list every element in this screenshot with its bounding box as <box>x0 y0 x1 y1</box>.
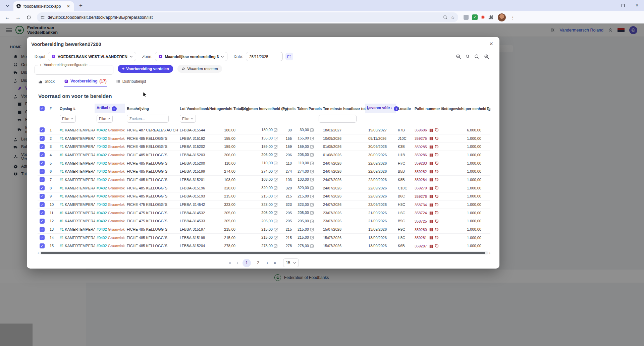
pallet-number-link[interactable]: 359281 <box>415 236 427 240</box>
edit-parcels-icon[interactable] <box>310 128 314 132</box>
column-header-artikel[interactable]: Artikel↑2 <box>95 104 125 113</box>
row-checkbox[interactable]: ✓ <box>40 202 45 207</box>
browser-tab[interactable]: foodbanks-stock-app ✕ <box>13 1 74 11</box>
pallet-number-link[interactable]: 358724 <box>415 211 427 215</box>
barcode-icon[interactable] <box>429 186 433 190</box>
history-icon[interactable] <box>435 227 439 232</box>
date-input[interactable] <box>246 52 283 61</box>
pallet-number-link[interactable]: 359275 <box>415 136 427 140</box>
edit-parcels-icon[interactable] <box>310 194 314 198</box>
back-icon[interactable]: ← <box>3 13 12 22</box>
modal-close-icon[interactable]: ✕ <box>489 42 493 46</box>
pallet-number-link[interactable]: 359279 <box>415 186 427 190</box>
row-checkbox[interactable]: ✓ <box>40 219 45 224</box>
zone-select[interactable]: P Maandelijkse voorbereiding 3 <box>155 52 227 61</box>
edit-quantity-icon[interactable] <box>274 161 278 165</box>
row-checkbox[interactable]: ✓ <box>40 177 45 182</box>
edit-parcels-icon[interactable] <box>310 177 314 182</box>
barcode-icon[interactable] <box>429 170 433 174</box>
artikel-filter-select[interactable]: Elke <box>97 115 113 123</box>
row-checkbox[interactable]: ✓ <box>40 185 45 190</box>
edit-quantity-icon[interactable] <box>274 153 278 157</box>
zoom-page-icon[interactable] <box>443 15 448 20</box>
edit-parcels-icon[interactable] <box>310 219 314 223</box>
lot-filter-select[interactable]: Elke <box>180 115 196 123</box>
next-page-button[interactable]: › <box>265 261 269 265</box>
history-icon[interactable] <box>435 136 439 140</box>
row-checkbox[interactable]: ✓ <box>40 227 45 232</box>
edit-quantity-icon[interactable] <box>274 128 278 132</box>
history-icon[interactable] <box>435 169 439 174</box>
maximize-icon[interactable] <box>616 0 630 11</box>
edit-quantity-icon[interactable] <box>274 186 278 190</box>
edit-quantity-icon[interactable] <box>274 244 278 248</box>
edit-quantity-icon[interactable] <box>274 136 278 140</box>
preparation-config-input[interactable] <box>35 65 113 74</box>
column-header-opslag[interactable]: Opslag⇅ <box>58 104 95 113</box>
record-dot-icon[interactable] <box>481 15 485 19</box>
history-icon[interactable] <box>435 177 439 182</box>
row-checkbox[interactable]: ✓ <box>40 169 45 174</box>
row-checkbox[interactable]: ✓ <box>40 152 45 157</box>
barcode-icon[interactable] <box>429 195 433 198</box>
barcode-icon[interactable] <box>429 228 433 232</box>
row-checkbox[interactable]: ✓ <box>40 243 45 248</box>
row-checkbox[interactable]: ✓ <box>40 210 45 215</box>
prev-page-button[interactable]: ‹ <box>235 261 239 265</box>
barcode-icon[interactable] <box>429 137 433 140</box>
zoom-in-icon[interactable] <box>484 54 489 59</box>
url-bar[interactable]: dev.stock.foodbanksit.be/stock/app/nl-BE… <box>37 12 458 22</box>
edit-parcels-icon[interactable] <box>310 153 314 157</box>
edit-parcels-icon[interactable] <box>310 211 314 215</box>
barcode-icon[interactable] <box>429 145 433 149</box>
tab-stock[interactable]: Stock <box>38 79 55 86</box>
page-1-button[interactable]: 1 <box>243 259 251 267</box>
opslag-filter-select[interactable]: Elke <box>60 115 76 123</box>
preparation-config-field[interactable]: +Voorbereidingsconfiguratie <box>35 65 113 75</box>
calendar-icon[interactable] <box>285 53 293 60</box>
history-icon[interactable] <box>435 203 439 207</box>
barcode-icon[interactable] <box>429 178 433 182</box>
browser-menu-icon[interactable]: ⋮ <box>511 15 515 20</box>
extension-icon[interactable] <box>464 15 469 20</box>
browser-profile-avatar[interactable] <box>498 13 506 21</box>
history-icon[interactable] <box>435 145 439 149</box>
bookmark-star-icon[interactable]: ☆ <box>450 15 455 20</box>
minimize-icon[interactable]: ─ <box>602 0 616 11</box>
scroll-left-icon[interactable]: ‹ <box>38 251 39 255</box>
history-icon[interactable] <box>435 186 439 190</box>
depot-select[interactable]: VOEDSELBANK WEST-VLAANDEREN <box>48 52 136 61</box>
window-close-icon[interactable]: ✕ <box>630 0 644 11</box>
history-icon[interactable] <box>435 194 439 198</box>
edit-quantity-icon[interactable] <box>274 194 278 198</box>
barcode-icon[interactable] <box>429 236 433 240</box>
distribute-preparation-button[interactable]: + Voorbereiding verdelen <box>118 65 173 73</box>
edit-quantity-icon[interactable] <box>274 211 278 215</box>
barcode-icon[interactable] <box>429 153 433 157</box>
barcode-icon[interactable] <box>429 128 433 132</box>
pallet-number-link[interactable]: 358725 <box>415 219 427 223</box>
row-checkbox[interactable]: ✓ <box>40 136 45 141</box>
pallet-number-link[interactable]: 359286 <box>415 153 427 157</box>
history-icon[interactable] <box>435 211 439 215</box>
edit-parcels-icon[interactable] <box>310 145 314 149</box>
barcode-icon[interactable] <box>429 244 433 248</box>
scrollbar-thumb[interactable] <box>41 252 485 254</box>
houdbaar-filter-input[interactable] <box>319 115 357 123</box>
column-header-pallet-nummer[interactable]: Pallet nummer⇅ <box>413 104 439 113</box>
pallet-number-link[interactable]: 359287 <box>415 244 427 248</box>
new-tab-button[interactable]: + <box>76 1 85 10</box>
history-icon[interactable] <box>435 128 439 132</box>
history-icon[interactable] <box>435 244 439 248</box>
select-all-checkbox[interactable]: ✓ <box>40 106 45 111</box>
pallet-number-link[interactable]: 359276 <box>415 194 427 198</box>
reset-values-button[interactable]: Waarden resetten <box>177 65 222 73</box>
site-info-icon[interactable] <box>40 15 45 20</box>
edit-parcels-icon[interactable] <box>310 235 314 240</box>
page-size-select[interactable]: 15 <box>283 258 299 267</box>
tab-search-chevron-icon[interactable] <box>3 1 12 10</box>
extension-check-icon[interactable]: ✓ <box>472 14 478 20</box>
column-header-ten-minste-houdbaar-tot[interactable]: Ten minste houdbaar tot⇅ <box>317 104 365 113</box>
tab-distributielijst[interactable]: Distributielijst <box>116 79 146 86</box>
row-checkbox[interactable]: ✓ <box>40 144 45 149</box>
